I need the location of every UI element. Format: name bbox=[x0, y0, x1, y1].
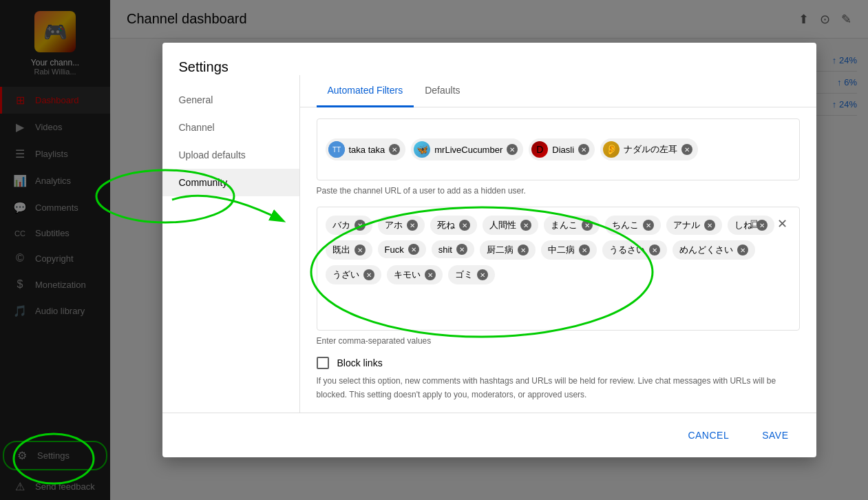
user-avatar-2: 🦋 bbox=[414, 141, 430, 158]
user-chip-2: 🦋 mrLiveCucumber ✕ bbox=[411, 138, 523, 160]
word-text-0: バカ bbox=[332, 219, 350, 231]
tabs: Automated Filters Defaults bbox=[300, 75, 816, 107]
word-chip-13: うるさい ✕ bbox=[602, 240, 667, 260]
word-chip-12: 中二病 ✕ bbox=[541, 240, 597, 260]
word-text-14: めんどくさい bbox=[679, 244, 733, 256]
user-avatar-3: D bbox=[531, 141, 548, 158]
word-remove-10[interactable]: ✕ bbox=[456, 244, 467, 255]
word-chip-14: めんどくさい ✕ bbox=[673, 240, 755, 260]
word-remove-17[interactable]: ✕ bbox=[477, 269, 488, 280]
word-remove-13[interactable]: ✕ bbox=[649, 244, 660, 256]
word-chip-1: アホ ✕ bbox=[378, 216, 425, 235]
user-name-3: Diasli bbox=[552, 145, 574, 155]
modal-title: Settings bbox=[162, 43, 816, 75]
word-text-15: うざい bbox=[332, 269, 359, 281]
word-remove-0[interactable]: ✕ bbox=[354, 220, 366, 231]
word-remove-5[interactable]: ✕ bbox=[643, 220, 654, 231]
block-links-section: Block links bbox=[317, 357, 800, 369]
tab-automated-filters[interactable]: Automated Filters bbox=[317, 75, 414, 107]
word-text-6: アナル bbox=[673, 219, 700, 231]
word-chip-5: ちんこ ✕ bbox=[605, 216, 661, 235]
word-remove-8[interactable]: ✕ bbox=[354, 244, 366, 256]
block-links-desc: If you select this option, new comments … bbox=[317, 375, 800, 401]
settings-nav: General Channel Upload defaults Communit… bbox=[162, 75, 300, 412]
word-text-5: ちんこ bbox=[612, 219, 639, 231]
word-chip-16: キモい ✕ bbox=[387, 265, 443, 284]
word-chip-11: 厨二病 ✕ bbox=[480, 240, 536, 260]
word-remove-2[interactable]: ✕ bbox=[459, 220, 470, 231]
hidden-users-area: TT taka taka ✕ 🦋 mrLiveCucumber ✕ D bbox=[317, 118, 800, 180]
word-remove-11[interactable]: ✕ bbox=[518, 244, 529, 256]
copy-button[interactable]: ⧉ bbox=[744, 213, 766, 235]
word-chip-2: 死ね ✕ bbox=[430, 216, 477, 235]
user-remove-1[interactable]: ✕ bbox=[389, 144, 400, 155]
word-chip-0: バカ ✕ bbox=[326, 216, 372, 235]
user-name-4: ナダルの左耳 bbox=[624, 143, 677, 156]
word-chip-3: 人間性 ✕ bbox=[483, 216, 538, 235]
user-chip-1: TT taka taka ✕ bbox=[326, 138, 406, 160]
user-avatar-1: TT bbox=[328, 141, 345, 158]
settings-content: Automated Filters Defaults TT taka taka bbox=[300, 75, 816, 412]
word-chip-9: Fuck ✕ bbox=[378, 240, 426, 258]
word-text-8: 既出 bbox=[332, 244, 350, 256]
user-name-2: mrLiveCucumber bbox=[434, 145, 502, 155]
modal-body: General Channel Upload defaults Communit… bbox=[162, 75, 816, 412]
save-button[interactable]: SAVE bbox=[751, 424, 799, 446]
word-text-12: 中二病 bbox=[548, 244, 575, 256]
user-chip-3: D Diasli ✕ bbox=[529, 138, 595, 160]
settings-nav-channel[interactable]: Channel bbox=[162, 114, 299, 141]
word-chip-4: まんこ ✕ bbox=[544, 216, 600, 235]
blocked-words-inner: バカ ✕ アホ ✕ 死ね ✕ bbox=[326, 216, 791, 284]
settings-nav-upload-defaults[interactable]: Upload defaults bbox=[162, 141, 299, 169]
word-remove-6[interactable]: ✕ bbox=[704, 220, 715, 231]
word-text-16: キモい bbox=[394, 269, 421, 281]
user-name-1: taka taka bbox=[349, 145, 385, 155]
settings-nav-general[interactable]: General bbox=[162, 86, 299, 114]
word-chip-10: shit ✕ bbox=[432, 240, 474, 258]
word-chip-8: 既出 ✕ bbox=[326, 240, 372, 260]
user-remove-3[interactable]: ✕ bbox=[578, 144, 589, 155]
word-remove-1[interactable]: ✕ bbox=[407, 220, 418, 231]
word-text-2: 死ね bbox=[437, 219, 455, 231]
word-remove-14[interactable]: ✕ bbox=[737, 244, 748, 256]
hidden-users-hint: Paste the channel URL of a user to add a… bbox=[317, 186, 800, 196]
word-remove-9[interactable]: ✕ bbox=[408, 244, 419, 255]
word-text-9: Fuck bbox=[385, 244, 404, 255]
word-text-1: アホ bbox=[385, 219, 403, 231]
word-chip-6: アナル ✕ bbox=[666, 216, 722, 235]
word-text-17: ゴミ bbox=[455, 269, 473, 281]
user-remove-4[interactable]: ✕ bbox=[681, 144, 692, 155]
word-remove-16[interactable]: ✕ bbox=[425, 269, 436, 280]
word-text-10: shit bbox=[438, 244, 452, 255]
modal-footer: CANCEL SAVE bbox=[162, 413, 816, 457]
settings-nav-community[interactable]: Community bbox=[162, 169, 299, 196]
clear-button[interactable]: ✕ bbox=[772, 213, 794, 235]
word-text-3: 人間性 bbox=[489, 219, 516, 231]
word-text-4: まんこ bbox=[551, 219, 578, 231]
modal-overlay: Settings General Channel Upload defaults… bbox=[0, 0, 868, 500]
settings-modal: Settings General Channel Upload defaults… bbox=[162, 43, 816, 457]
tab-defaults[interactable]: Defaults bbox=[414, 75, 471, 107]
blocked-words-hint: Enter comma-separated values bbox=[317, 336, 800, 346]
svg-text:TT: TT bbox=[332, 146, 340, 154]
word-remove-4[interactable]: ✕ bbox=[582, 220, 593, 231]
word-text-13: うるさい bbox=[609, 244, 645, 256]
word-chip-15: うざい ✕ bbox=[326, 265, 381, 284]
block-links-label: Block links bbox=[337, 357, 383, 368]
block-links-checkbox[interactable] bbox=[317, 357, 329, 369]
blocked-area-actions: ⧉ ✕ bbox=[744, 213, 794, 235]
word-remove-3[interactable]: ✕ bbox=[520, 220, 531, 231]
tab-content: TT taka taka ✕ 🦋 mrLiveCucumber ✕ D bbox=[300, 107, 816, 412]
word-remove-12[interactable]: ✕ bbox=[579, 244, 590, 256]
word-text-11: 厨二病 bbox=[487, 244, 514, 256]
cancel-button[interactable]: CANCEL bbox=[677, 424, 740, 446]
blocked-words-area[interactable]: バカ ✕ アホ ✕ 死ね ✕ bbox=[317, 207, 800, 331]
user-avatar-4: 👂 bbox=[603, 141, 620, 158]
word-remove-15[interactable]: ✕ bbox=[363, 269, 374, 280]
user-chip-4: 👂 ナダルの左耳 ✕ bbox=[600, 138, 698, 160]
user-remove-2[interactable]: ✕ bbox=[507, 144, 518, 155]
word-chip-17: ゴミ ✕ bbox=[448, 265, 495, 284]
